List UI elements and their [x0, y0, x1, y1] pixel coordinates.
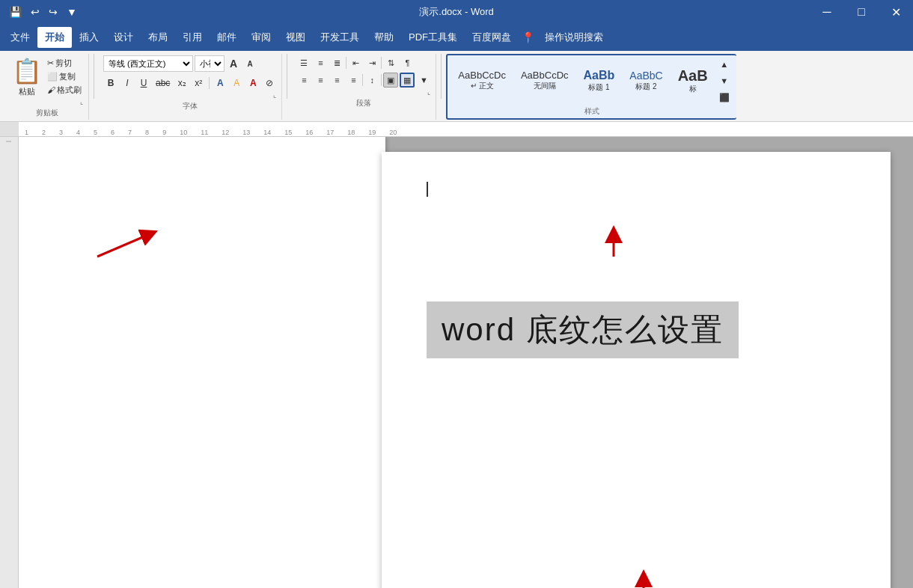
font-group-expand[interactable]: ⌞	[272, 91, 277, 99]
style-heading3-label: 标	[678, 84, 708, 94]
styles-scroll-up[interactable]: ▲	[717, 57, 732, 72]
redo-button[interactable]: ↪	[46, 4, 61, 19]
style-heading1[interactable]: AaBb 标题 1	[578, 68, 621, 94]
style-heading1-label: 标题 1	[584, 82, 615, 93]
undo-button[interactable]: ↩	[28, 4, 43, 19]
menu-home[interactable]: 开始	[37, 27, 72, 48]
menu-design[interactable]: 设计	[106, 27, 141, 48]
sort-button[interactable]: ⇅	[383, 55, 398, 70]
separator-1	[94, 54, 94, 99]
menu-help[interactable]: 帮助	[367, 27, 401, 48]
separator-3	[441, 54, 442, 99]
close-button[interactable]: ✕	[879, 0, 913, 24]
maximize-button[interactable]: □	[844, 0, 879, 24]
page-indicator: |	[6, 141, 13, 142]
decrease-indent-button[interactable]: ⇤	[348, 55, 363, 70]
quick-access-toolbar: 💾 ↩ ↪ ▼	[6, 4, 80, 19]
multilevel-list-button[interactable]: ≣	[329, 55, 344, 70]
scissors-icon: ✂	[47, 58, 54, 68]
menu-layout[interactable]: 布局	[141, 27, 175, 48]
text-effects-button[interactable]: A	[213, 76, 228, 91]
menu-references[interactable]: 引用	[175, 27, 210, 48]
menu-insert[interactable]: 插入	[72, 27, 106, 48]
style-normal[interactable]: AaBbCcDc ↵ 正文	[452, 69, 512, 93]
customize-qat-button[interactable]: ▼	[64, 4, 80, 19]
style-heading2-preview: AaBbC	[629, 70, 662, 81]
styles-label: 样式	[584, 106, 599, 117]
para-row-2: ≡ ≡ ≡ ≡ ↕ ▣ ▦ ▼	[296, 73, 431, 88]
left-panel: |	[0, 137, 19, 588]
separator-2	[287, 54, 287, 99]
align-right-button[interactable]: ≡	[329, 73, 344, 88]
window-title: 演示.docx - Word	[419, 5, 493, 19]
increase-font-button[interactable]: A	[226, 56, 241, 71]
ribbon-group-clipboard: 📋 粘贴 ✂ 剪切 ⬜ 复制 🖌 格式刷	[6, 54, 89, 120]
menu-mailings[interactable]: 邮件	[210, 27, 244, 48]
align-left-button[interactable]: ≡	[296, 73, 311, 88]
decrease-font-button[interactable]: A	[242, 56, 257, 71]
cursor-indicator	[427, 182, 428, 197]
styles-expand[interactable]: ⬛	[717, 90, 732, 105]
menu-baidu[interactable]: 百度网盘	[465, 27, 519, 48]
main-area: | word 底纹怎么设置	[0, 137, 913, 588]
style-heading3[interactable]: AaB 标	[672, 67, 714, 96]
ruler: 12345 678910 1112131415 1617181920	[0, 122, 913, 137]
paragraph-group-expand[interactable]: ⌞	[427, 88, 431, 97]
copy-button[interactable]: ⬜ 复制	[45, 70, 84, 83]
justify-button[interactable]: ≡	[346, 73, 361, 88]
para-sep1	[346, 57, 346, 69]
window-controls: ─ □ ✕	[810, 0, 913, 24]
ribbon-group-font: 等线 (西文正文) 小初 A A B I U abc x₂ x² A	[99, 54, 282, 120]
menu-pdf[interactable]: PDF工具集	[401, 27, 465, 48]
document-page: word 底纹怎么设置	[382, 152, 891, 588]
paste-icon: 📋	[15, 58, 39, 85]
style-no-spacing-label: 无间隔	[521, 81, 569, 91]
subscript-button[interactable]: x₂	[174, 76, 189, 91]
para-sep2	[381, 57, 382, 69]
title-bar: 💾 ↩ ↪ ▼ 演示.docx - Word ─ □ ✕	[0, 0, 913, 24]
style-heading2[interactable]: AaBbC 标题 2	[623, 69, 668, 94]
menu-file[interactable]: 文件	[3, 27, 37, 48]
clear-format-button[interactable]: ⊘	[262, 76, 277, 91]
font-name-select[interactable]: 等线 (西文正文)	[103, 55, 193, 72]
list-numbers-button[interactable]: ≡	[313, 55, 328, 70]
ruler-marks: 12345 678910 1112131415 1617181920	[19, 122, 913, 136]
style-heading3-preview: AaB	[678, 68, 708, 83]
italic-button[interactable]: I	[120, 76, 135, 91]
show-formatting-button[interactable]: ¶	[400, 55, 415, 70]
style-heading2-label: 标题 2	[629, 82, 662, 92]
shading-button[interactable]: ▣	[383, 73, 398, 88]
save-button[interactable]: 💾	[6, 4, 25, 19]
page-left	[19, 137, 385, 588]
clipboard-secondary-buttons: ✂ 剪切 ⬜ 复制 🖌 格式刷	[45, 57, 84, 97]
underline-button[interactable]: U	[136, 76, 151, 91]
cut-button[interactable]: ✂ 剪切	[45, 57, 84, 70]
menu-developer[interactable]: 开发工具	[313, 27, 367, 48]
align-center-button[interactable]: ≡	[313, 73, 328, 88]
minimize-button[interactable]: ─	[810, 0, 844, 24]
clipboard-group-expand[interactable]: ⌞	[79, 97, 84, 106]
ribbon: 📋 粘贴 ✂ 剪切 ⬜ 复制 🖌 格式刷	[0, 51, 913, 122]
menu-view[interactable]: 视图	[278, 27, 313, 48]
font-size-select[interactable]: 小初	[195, 55, 225, 72]
style-heading1-preview: AaBb	[584, 70, 615, 82]
copy-icon: ⬜	[47, 72, 58, 82]
line-spacing-button[interactable]: ↕	[364, 73, 379, 88]
paste-button[interactable]: 📋	[10, 56, 43, 86]
styles-scroll-buttons: ▲ ▼ ⬛	[717, 57, 732, 105]
menu-search[interactable]: 操作说明搜索	[537, 27, 611, 48]
strikethrough-button[interactable]: abc	[153, 76, 173, 91]
format-painter-button[interactable]: 🖌 格式刷	[45, 84, 84, 97]
bold-button[interactable]: B	[103, 76, 118, 91]
styles-scroll-down[interactable]: ▼	[717, 73, 732, 88]
borders-dropdown[interactable]: ▼	[416, 73, 431, 88]
borders-button[interactable]: ▦	[400, 73, 415, 88]
style-no-spacing[interactable]: AaBbCcDc 无间隔	[515, 69, 575, 93]
superscript-button[interactable]: x²	[191, 76, 206, 91]
increase-indent-button[interactable]: ⇥	[364, 55, 379, 70]
font-color-button[interactable]: A	[245, 76, 260, 91]
highlight-color-button[interactable]: A	[229, 76, 244, 91]
font-separator	[209, 77, 210, 89]
list-bullets-button[interactable]: ☰	[296, 55, 311, 70]
menu-review[interactable]: 审阅	[244, 27, 278, 48]
